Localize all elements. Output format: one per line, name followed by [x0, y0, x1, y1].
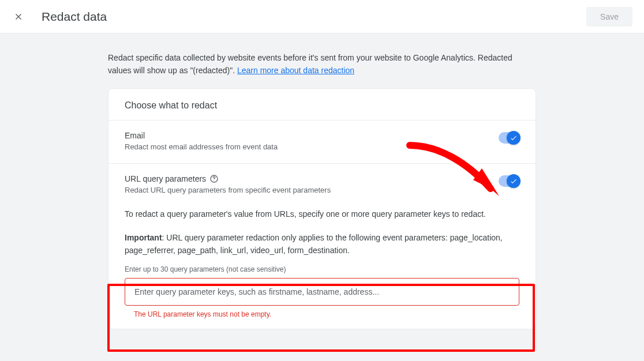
input-error-text: The URL parameter keys must not be empty… [134, 310, 519, 318]
option-url-subtitle: Redact URL query parameters from specifi… [125, 185, 499, 195]
url-body-text-2: Important: URL query parameter redaction… [125, 232, 519, 257]
save-button[interactable]: Save [586, 7, 632, 27]
query-parameters-input[interactable] [125, 278, 519, 306]
option-url-left: URL query parameters Redact URL query pa… [125, 174, 499, 195]
settings-card: Choose what to redact Email Redact most … [108, 88, 536, 329]
option-url-title: URL query parameters [125, 174, 499, 183]
url-important-text: : URL query parameter redaction only app… [125, 233, 503, 255]
intro-text: Redact specific data collected by websit… [108, 52, 536, 77]
help-icon[interactable] [209, 174, 219, 183]
input-hint: Enter up to 30 query parameters (not cas… [125, 265, 519, 273]
option-email-left: Email Redact most email addresses from e… [125, 131, 499, 152]
toggle-url-knob [507, 174, 521, 188]
option-url-title-text: URL query parameters [125, 174, 206, 183]
close-icon[interactable] [12, 10, 25, 24]
card-section-title: Choose what to redact [108, 89, 536, 120]
option-email-subtitle: Redact most email addresses from event d… [125, 142, 499, 152]
header-bar: Redact data Save [0, 0, 644, 33]
body-area: Redact specific data collected by websit… [0, 33, 644, 361]
toggle-email[interactable] [499, 132, 519, 144]
toggle-email-knob [507, 131, 521, 145]
header-left: Redact data [12, 10, 107, 24]
page-title: Redact data [42, 10, 107, 24]
input-section: Enter up to 30 query parameters (not cas… [125, 265, 519, 318]
svg-point-1 [214, 180, 215, 180]
option-url-top: URL query parameters Redact URL query pa… [125, 174, 519, 195]
option-row-url: URL query parameters Redact URL query pa… [108, 163, 536, 329]
option-email-title: Email [125, 131, 499, 140]
content-wrap: Redact specific data collected by websit… [108, 33, 536, 329]
url-body-text-1: To redact a query parameter's value from… [125, 208, 519, 221]
learn-more-link[interactable]: Learn more about data redaction [237, 66, 354, 75]
url-important-label: Important [125, 233, 162, 242]
toggle-url[interactable] [499, 175, 519, 187]
option-row-email: Email Redact most email addresses from e… [108, 120, 536, 163]
